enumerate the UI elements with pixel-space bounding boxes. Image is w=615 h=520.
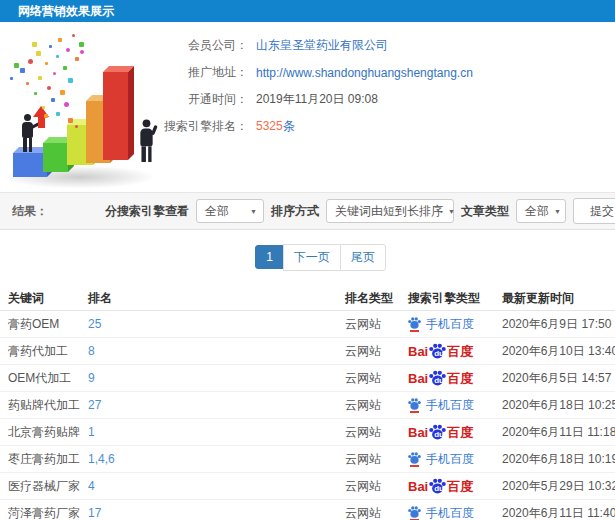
company-row: 会员公司： 山东皇圣堂药业有限公司 [150,32,473,59]
pagination: 1下一页尾页 [0,244,615,271]
rank-link[interactable]: 25 [88,317,101,331]
info-panel: 会员公司： 山东皇圣堂药业有限公司 推广地址： http://www.shand… [150,32,473,140]
chart-bar-red [103,72,128,160]
sort-select[interactable]: 关键词由短到长排序 ▼ [326,199,454,223]
rank-type-cell: 云网站 [345,500,404,520]
keyword-cell: 药贴牌代加工 [0,392,88,419]
keyword-cell: 菏泽膏药厂家 [0,500,88,520]
rank-link[interactable]: 4 [88,479,95,493]
baidu-logo-cn: 百度 [447,372,473,385]
next-page-button[interactable]: 下一页 [283,244,341,271]
rank-type-cell: 云网站 [345,473,404,500]
search-engine-cell: 手机百度 [404,392,502,419]
promotion-url-link[interactable]: http://www.shandonghuangshengtang.cn [256,66,473,80]
chevron-down-icon: ▼ [554,208,561,215]
search-engine-cell: Baidu百度 [404,419,502,446]
engine-rank-label: 搜索引擎排名： [150,118,248,135]
engine-rank-unit-link[interactable]: 条 [283,119,295,133]
col-header-updated: 最新更新时间 [502,286,615,311]
engine-label: 手机百度 [426,399,474,411]
table-row: 医疗器械厂家4云网站Baidu百度2020年5月29日 10:32 [0,473,615,500]
baidu-logo: Baidu百度 [408,424,473,440]
baidu-logo-cn: 百度 [447,480,473,493]
filter-controls: 分搜索引擎查看 全部 ▼ 排序方式 关键词由短到长排序 ▼ 文章类型 全部 ▼ … [105,193,615,229]
submit-button[interactable]: 提交 [573,198,615,224]
growth-arrow-icon [33,106,49,128]
rank-cell: 8 [88,338,345,365]
baidu-logo-cn: 百度 [447,426,473,439]
search-engine-cell: Baidu百度 [404,338,502,365]
red-underline-bar [410,465,419,467]
sort-selected-value: 关键词由短到长排序 [335,203,443,220]
result-label: 结果： [12,203,48,220]
page-1-button[interactable]: 1 [255,245,284,269]
open-time-value: 2019年11月20日 09:08 [256,91,378,108]
rank-cell: 1,4,6 [88,446,345,473]
table-row: OEM代加工9云网站Baidu百度2020年6月5日 14:57 [0,365,615,392]
page: 网络营销效果展示 [0,0,615,520]
baidu-logo-bai: Bai [408,480,428,493]
rank-type-cell: 云网站 [345,311,404,338]
engine-rank-count: 5325 [256,119,283,133]
engine-view-selected-value: 全部 [205,203,229,220]
engine-view-label: 分搜索引擎查看 [105,203,189,220]
baidu-logo-du: du [434,431,444,439]
baidu-paw-icon: du [429,424,446,440]
last-page-button[interactable]: 尾页 [340,244,386,271]
mobile-baidu-badge[interactable]: 手机百度 [408,317,474,332]
open-time-label: 开通时间： [150,91,248,108]
page-title: 网络营销效果展示 [18,4,114,18]
baidu-logo-du: du [434,485,444,493]
rank-type-cell: 云网站 [345,365,404,392]
rank-link[interactable]: 17 [88,506,101,520]
rank-cell: 1 [88,419,345,446]
baidu-logo-bai: Bai [408,426,428,439]
rank-link[interactable]: 8 [88,344,95,358]
table-row: 枣庄膏药加工1,4,6云网站手机百度2020年6月18日 10:19 [0,446,615,473]
baidu-paw-icon [408,506,421,520]
search-engine-cell: 手机百度 [404,311,502,338]
engine-label: 手机百度 [426,507,474,519]
rank-link[interactable]: 27 [88,398,101,412]
baidu-logo-bai: Bai [408,345,428,358]
updated-time-cell: 2020年6月5日 14:57 [502,365,615,392]
keyword-cell: OEM代加工 [0,365,88,392]
keyword-cell: 膏药OEM [0,311,88,338]
keyword-cell: 医疗器械厂家 [0,473,88,500]
table-row: 北京膏药贴牌1云网站Baidu百度2020年6月11日 11:18 [0,419,615,446]
baidu-logo-bai: Bai [408,372,428,385]
search-engine-cell: 手机百度 [404,446,502,473]
rank-type-cell: 云网站 [345,338,404,365]
company-label: 会员公司： [150,37,248,54]
article-type-label: 文章类型 [461,203,509,220]
rank-cell: 27 [88,392,345,419]
rank-link[interactable]: 1,4,6 [88,452,115,466]
top-section: 会员公司： 山东皇圣堂药业有限公司 推广地址： http://www.shand… [0,22,615,192]
red-underline-bar [410,330,419,332]
col-header-rank-type: 排名类型 [345,286,404,311]
rank-cell: 17 [88,500,345,520]
mobile-baidu-badge[interactable]: 手机百度 [408,398,474,413]
updated-time-cell: 2020年6月9日 17:50 [502,311,615,338]
rank-link[interactable]: 9 [88,371,95,385]
engine-view-select[interactable]: 全部 ▼ [196,199,264,223]
results-table-body: 膏药OEM25云网站手机百度2020年6月9日 17:50膏药代加工8云网站Ba… [0,311,615,520]
table-row: 药贴牌代加工27云网站手机百度2020年6月18日 10:25 [0,392,615,419]
rank-cell: 9 [88,365,345,392]
chart-bar-green [43,143,68,172]
col-header-engine-type: 搜索引擎类型 [404,286,502,311]
baidu-logo-du: du [434,350,444,358]
engine-rank-row: 搜索引擎排名： 5325条 [150,113,473,140]
rank-link[interactable]: 1 [88,425,95,439]
mobile-baidu-badge[interactable]: 手机百度 [408,452,474,467]
company-link[interactable]: 山东皇圣堂药业有限公司 [256,38,388,52]
chevron-down-icon: ▼ [448,208,455,215]
results-table: 关键词 排名 排名类型 搜索引擎类型 最新更新时间 膏药OEM25云网站手机百度… [0,286,615,520]
rank-type-cell: 云网站 [345,392,404,419]
rank-cell: 25 [88,311,345,338]
baidu-paw-icon: du [429,478,446,494]
article-type-select[interactable]: 全部 ▼ [516,199,566,223]
baidu-paw-icon: du [429,343,446,359]
filter-bar: 结果： 分搜索引擎查看 全部 ▼ 排序方式 关键词由短到长排序 ▼ 文章类型 全… [0,192,615,230]
mobile-baidu-badge[interactable]: 手机百度 [408,506,474,520]
